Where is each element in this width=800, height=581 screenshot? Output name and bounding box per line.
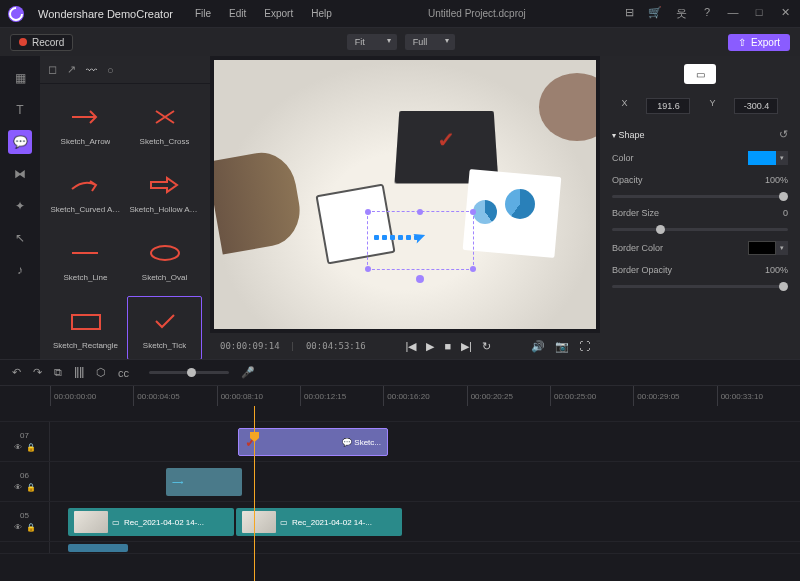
preview-canvas[interactable]: ➤ [214, 60, 596, 329]
border-color-swatch[interactable] [748, 241, 776, 255]
tab-sketch-icon[interactable]: 〰 [86, 64, 97, 76]
split-icon[interactable]: ǁǁ [74, 366, 84, 379]
asset-sketch-rectangle[interactable]: Sketch_Rectangle [48, 296, 123, 359]
user-icon[interactable]: 웃 [674, 6, 688, 21]
rail-cursor-icon[interactable]: ↖ [8, 226, 32, 250]
selection-bounds[interactable] [367, 211, 474, 270]
transform-mode-icon[interactable]: ▭ [684, 64, 716, 84]
tab-shape-icon[interactable]: ○ [107, 64, 114, 76]
eye-icon[interactable]: 👁 [14, 483, 22, 492]
reset-icon[interactable]: ↺ [779, 128, 788, 141]
asset-sketch-arrow[interactable]: Sketch_Arrow [48, 92, 123, 156]
rail-annotation-icon[interactable]: 💬 [8, 130, 32, 154]
quality-dropdown[interactable]: Full [405, 34, 455, 50]
border-opacity-slider[interactable] [612, 285, 788, 288]
rail-library-icon[interactable]: ▦ [8, 66, 32, 90]
rail-text-icon[interactable]: T [8, 98, 32, 122]
stop-icon[interactable]: ■ [444, 340, 451, 353]
loop-icon[interactable]: ↻ [482, 340, 491, 353]
project-title: Untitled Project.dcproj [346, 8, 608, 19]
upload-icon: ⇧ [738, 37, 746, 48]
opacity-slider[interactable] [612, 195, 788, 198]
color-swatch[interactable] [748, 151, 776, 165]
crop-icon[interactable]: ⧉ [54, 366, 62, 379]
clip-video-2[interactable]: ▭ Rec_2021-04-02 14-... [236, 508, 402, 536]
cart-icon[interactable]: 🛒 [648, 6, 662, 21]
maximize-icon[interactable]: □ [752, 6, 766, 21]
inbox-icon[interactable]: ⊟ [622, 6, 636, 21]
export-button[interactable]: ⇧Export [728, 34, 790, 51]
menu-help[interactable]: Help [311, 8, 332, 19]
zoom-slider[interactable] [149, 371, 229, 374]
app-logo [8, 6, 24, 22]
undo-icon[interactable]: ↶ [12, 366, 21, 379]
eye-icon[interactable]: 👁 [14, 523, 22, 532]
lock-icon[interactable]: 🔒 [26, 483, 36, 492]
record-button[interactable]: Record [10, 34, 73, 51]
lock-icon[interactable]: 🔒 [26, 443, 36, 452]
menu-edit[interactable]: Edit [229, 8, 246, 19]
color-dropdown-icon[interactable]: ▾ [776, 151, 788, 165]
asset-sketch-cross[interactable]: Sketch_Cross [127, 92, 202, 156]
border-size-slider[interactable] [612, 228, 788, 231]
svg-point-0 [151, 246, 179, 260]
asset-sketch-tick[interactable]: Sketch_Tick [127, 296, 202, 359]
total-time: 00:04:53:16 [306, 341, 366, 351]
clip-video-1[interactable]: ▭ Rec_2021-04-02 14-... [68, 508, 234, 536]
next-frame-icon[interactable]: ▶| [461, 340, 472, 353]
x-input[interactable] [646, 98, 690, 114]
snapshot-icon[interactable]: 📷 [555, 340, 569, 353]
prev-frame-icon[interactable]: |◀ [406, 340, 417, 353]
lock-icon[interactable]: 🔒 [26, 523, 36, 532]
minimize-icon[interactable]: — [726, 6, 740, 21]
app-name: Wondershare DemoCreator [38, 8, 173, 20]
redo-icon[interactable]: ↷ [33, 366, 42, 379]
svg-rect-1 [72, 315, 100, 329]
mic-icon[interactable]: 🎤 [241, 366, 255, 379]
caption-icon[interactable]: cc [118, 367, 129, 379]
asset-sketch-oval[interactable]: Sketch_Oval [127, 228, 202, 292]
menu-export[interactable]: Export [264, 8, 293, 19]
asset-sketch-curved-arrow[interactable]: Sketch_Curved Arr... [48, 160, 123, 224]
asset-sketch-line[interactable]: Sketch_Line [48, 228, 123, 292]
y-input[interactable] [734, 98, 778, 114]
close-icon[interactable]: ✕ [778, 6, 792, 21]
menu-file[interactable]: File [195, 8, 211, 19]
marker-icon[interactable]: ⬡ [96, 366, 106, 379]
help-icon[interactable]: ? [700, 6, 714, 21]
playhead[interactable] [254, 406, 255, 581]
play-icon[interactable]: ▶ [426, 340, 434, 353]
tab-arrow-icon[interactable]: ↗ [67, 63, 76, 76]
volume-icon[interactable]: 🔊 [531, 340, 545, 353]
eye-icon[interactable]: 👁 [14, 443, 22, 452]
rail-effects-icon[interactable]: ✦ [8, 194, 32, 218]
rail-transition-icon[interactable]: ⧓ [8, 162, 32, 186]
tab-dialog-icon[interactable]: ◻ [48, 63, 57, 76]
asset-sketch-hollow-arrow[interactable]: Sketch_Hollow Arr... [127, 160, 202, 224]
clip-wave[interactable]: ⟶ [166, 468, 242, 496]
clip-audio[interactable] [68, 544, 128, 552]
clip-annotation[interactable]: ✓💬 Sketc... [238, 428, 388, 456]
border-color-dropdown-icon[interactable]: ▾ [776, 241, 788, 255]
fullscreen-icon[interactable]: ⛶ [579, 340, 590, 353]
timeline-ruler[interactable]: 00:00:00:0000:00:04:0500:00:08:1000:00:1… [0, 386, 800, 406]
fit-dropdown[interactable]: Fit [347, 34, 397, 50]
rail-audio-icon[interactable]: ♪ [8, 258, 32, 282]
current-time: 00:00:09:14 [220, 341, 280, 351]
chevron-down-icon[interactable]: ▾ [612, 131, 616, 140]
